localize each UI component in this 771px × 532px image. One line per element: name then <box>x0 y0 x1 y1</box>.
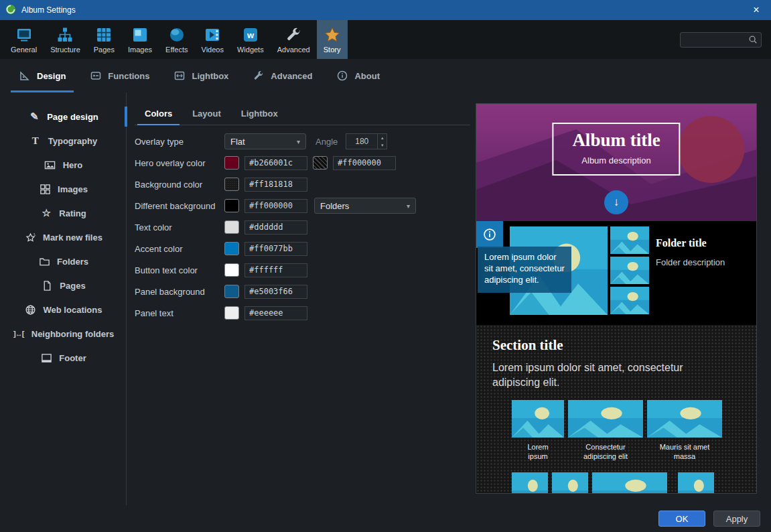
overlay-type-dropdown[interactable]: Flat ▾ <box>224 133 306 149</box>
hero-image-icon <box>44 159 57 171</box>
sidebar-item-images[interactable]: Images <box>0 177 126 201</box>
sidebar-item-typography[interactable]: T Typography <box>0 129 126 153</box>
images-icon <box>131 26 149 44</box>
toolbar-item-pages[interactable]: Pages <box>87 20 121 59</box>
thumbnail-image <box>552 472 588 493</box>
panel-background-swatch[interactable] <box>224 285 239 298</box>
toolbar-item-story[interactable]: Story <box>317 20 348 59</box>
close-icon[interactable]: × <box>742 0 771 20</box>
sidebar-item-neighboring-folders[interactable]: ]↔[ Neighboring folders <box>0 322 126 346</box>
info-icon[interactable] <box>476 221 503 248</box>
toolbar-item-advanced[interactable]: Advanced <box>271 20 317 59</box>
scroll-down-button[interactable]: ↓ <box>604 190 628 214</box>
button-text-color-row: Button text color <box>135 259 476 281</box>
sidebar-item-hero[interactable]: Hero <box>0 153 126 177</box>
button-text-color-swatch[interactable] <box>224 263 239 277</box>
info-icon <box>336 70 348 82</box>
hero-overlay-value2-input[interactable] <box>333 156 396 170</box>
background-value-input[interactable] <box>244 178 307 192</box>
folder-title: Folder title <box>656 237 725 249</box>
overlay-type-label: Overlay type <box>135 137 224 147</box>
panel-text-value-input[interactable] <box>244 306 307 320</box>
thumbnail-image <box>647 400 722 438</box>
sidebar-item-footer[interactable]: Footer <box>0 346 126 370</box>
toolbar-item-label: Pages <box>94 46 115 54</box>
toolbar-item-general[interactable]: General <box>4 20 44 59</box>
hero-overlay-color-row: Hero overlay color <box>135 152 476 174</box>
grid-icon <box>38 184 52 195</box>
accent-color-value-input[interactable] <box>244 242 307 256</box>
dialog-footer: OK Apply <box>0 505 771 532</box>
content-area: ✎ Page design T Typography Hero Images ☆… <box>0 92 771 505</box>
text-color-swatch[interactable] <box>224 220 239 234</box>
tab-advanced[interactable]: Advanced <box>240 59 324 92</box>
text-color-value-input[interactable] <box>244 220 307 235</box>
hero-overlay-swatch-2[interactable] <box>313 156 328 170</box>
tab-about[interactable]: About <box>324 59 392 92</box>
button-text-color-value-input[interactable] <box>244 263 307 277</box>
background-swatch[interactable] <box>224 178 239 191</box>
toolbar-item-label: Videos <box>202 46 224 54</box>
ok-button[interactable]: OK <box>658 511 705 527</box>
album-settings-window: Album Settings × General Structure Pages… <box>0 0 771 532</box>
toolbar-item-structure[interactable]: Structure <box>44 20 87 59</box>
hero-overlay-swatch[interactable] <box>224 156 239 170</box>
tab-layout[interactable]: Layout <box>182 103 231 125</box>
hero-overlay-value-input[interactable] <box>244 156 307 170</box>
folder-meta: Folder title Folder description <box>656 237 725 267</box>
album-preview[interactable]: Album title Album description ↓ <box>476 103 757 494</box>
toolbar-item-videos[interactable]: Videos <box>195 20 230 59</box>
sidebar-item-rating[interactable]: ☆ Rating <box>0 201 126 225</box>
arrow-down-icon: ↓ <box>614 196 620 209</box>
angle-spinner[interactable]: 180 ▴ ▾ <box>346 133 387 149</box>
search-icon <box>748 35 758 44</box>
sidebar-item-web-locations[interactable]: Web locations <box>0 297 126 322</box>
folder-image-small <box>610 226 649 254</box>
thumbnail-image <box>592 472 667 493</box>
thumbnail-row: Lorem ipsum Consectetur adipiscing elit … <box>512 400 740 462</box>
sidebar-item-pages[interactable]: Pages <box>0 273 126 297</box>
titlebar: Album Settings × <box>0 0 771 20</box>
tab-design[interactable]: Design <box>7 59 78 92</box>
accent-color-swatch[interactable] <box>224 242 239 255</box>
thumbnail-row-partial <box>512 472 740 493</box>
design-icon <box>19 70 31 82</box>
row-label: Background color <box>135 180 224 190</box>
different-background-swatch[interactable] <box>224 199 239 212</box>
tab-functions[interactable]: Functions <box>78 59 161 92</box>
sidebar-item-label: Mark new files <box>43 232 102 243</box>
general-icon <box>15 26 33 44</box>
different-background-dropdown[interactable]: Folders ▾ <box>314 198 416 214</box>
tab-colors[interactable]: Colors <box>135 103 182 125</box>
folder-description: Folder description <box>656 257 725 267</box>
search-box[interactable] <box>680 32 762 48</box>
effects-icon <box>168 26 186 44</box>
row-label: Different background <box>135 201 224 211</box>
settings-tabs: Colors Layout Lightbox <box>135 103 470 125</box>
spin-down-icon[interactable]: ▾ <box>378 141 387 149</box>
toolbar-item-label: General <box>11 46 37 54</box>
toolbar-item-images[interactable]: Images <box>121 20 159 59</box>
sparkle-star-icon <box>23 232 37 243</box>
tab-lightbox[interactable]: Lightbox <box>161 59 240 92</box>
panel-text-swatch[interactable] <box>224 306 239 320</box>
toolbar-item-label: Story <box>324 46 341 54</box>
different-background-value-input[interactable] <box>244 199 307 213</box>
thumbnail-item: Mauris sit amet massa <box>647 400 722 462</box>
wrench-icon <box>285 26 302 44</box>
sidebar-item-label: Neighboring folders <box>31 329 115 339</box>
panel-background-value-input[interactable] <box>244 285 307 299</box>
folder-image-small <box>610 287 649 314</box>
sidebar-item-page-design[interactable]: ✎ Page design <box>0 105 126 129</box>
settings-panel: Colors Layout Lightbox Overlay type Flat… <box>127 92 476 505</box>
toolbar-item-effects[interactable]: Effects <box>159 20 194 59</box>
toolbar-item-widgets[interactable]: w Widgets <box>230 20 271 59</box>
sidebar-item-folders[interactable]: Folders <box>0 249 126 273</box>
search-input[interactable] <box>684 35 748 44</box>
sidebar-item-mark-new-files[interactable]: Mark new files <box>0 225 126 249</box>
pencil-icon: ✎ <box>27 111 41 123</box>
tab-lightbox[interactable]: Lightbox <box>231 103 288 125</box>
spin-up-icon[interactable]: ▴ <box>378 134 387 141</box>
toolbar-item-label: Advanced <box>277 46 310 54</box>
apply-button[interactable]: Apply <box>713 511 760 527</box>
